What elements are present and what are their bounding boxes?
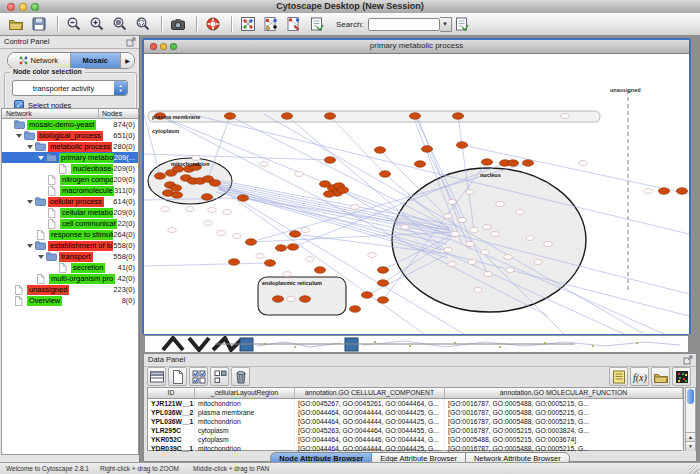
network-node-selected[interactable] [323, 191, 334, 198]
tree-row[interactable]: mosaic-demo-yeast874(0) [2, 119, 138, 130]
network-node-unselected[interactable] [256, 254, 264, 259]
snapshot-button[interactable] [168, 15, 188, 34]
vizmapper-button[interactable] [261, 15, 281, 34]
network-node-unselected[interactable] [474, 288, 482, 293]
network-node-selected[interactable] [658, 188, 669, 195]
network-node-unselected[interactable] [306, 257, 314, 262]
network-node-unselected[interactable] [534, 260, 542, 265]
network-node-selected[interactable] [452, 113, 463, 120]
network-node-unselected[interactable] [260, 162, 268, 167]
network-node-unselected[interactable] [448, 200, 456, 205]
network-node-unselected[interactable] [466, 242, 474, 247]
network-edit-button[interactable] [284, 15, 304, 34]
network-node-selected[interactable] [170, 185, 181, 192]
expander-icon[interactable] [27, 244, 33, 248]
float-panel-icon[interactable] [683, 355, 693, 365]
table-cell[interactable]: YKR052C [148, 435, 195, 444]
network-node-unselected[interactable] [301, 228, 309, 233]
network-node-selected[interactable] [676, 188, 687, 195]
network-node-selected[interactable] [228, 259, 239, 266]
matrix-button[interactable] [672, 367, 691, 386]
network-node-unselected[interactable] [161, 207, 169, 212]
table-row[interactable]: YLR295Ccytoplasm[GO:0045263, GO:0044464,… [148, 426, 683, 435]
tree-row[interactable]: primary metabol209(... [2, 152, 138, 163]
network-node-selected[interactable] [224, 113, 235, 120]
resize-grip[interactable] [689, 465, 699, 474]
tab-mosaic[interactable]: Mosaic [71, 53, 122, 68]
table-cell[interactable]: [GO:0044464, GO:0044444, GO:0044425, G..… [295, 408, 445, 417]
select-attr-button[interactable] [189, 367, 208, 386]
unselect-attr-button[interactable] [210, 367, 229, 386]
network-node-unselected[interactable] [506, 268, 514, 273]
scroll-down-button[interactable]: ▼ [686, 441, 695, 451]
network-node-unselected[interactable] [368, 253, 376, 258]
network-node-selected[interactable] [171, 192, 182, 199]
network-node-selected[interactable] [481, 159, 492, 166]
float-panel-icon[interactable] [126, 37, 136, 47]
network-node-selected[interactable] [379, 171, 390, 178]
network-node-unselected[interactable] [466, 190, 474, 195]
network-node-selected[interactable] [289, 231, 300, 238]
tree-row[interactable]: macromolecule311(0) [2, 185, 138, 196]
column-nodes[interactable]: Nodes [99, 109, 138, 118]
table-cell[interactable]: YPL036W__1 [148, 417, 195, 426]
network-node-unselected[interactable] [544, 242, 552, 247]
network-node-unselected[interactable] [526, 236, 534, 241]
zoom-out-button[interactable] [64, 15, 84, 34]
network-node-selected[interactable] [507, 160, 518, 167]
open-folder-button[interactable] [6, 15, 26, 34]
tree-row[interactable]: Overview8(0) [2, 295, 138, 306]
network-node-unselected[interactable] [287, 297, 295, 302]
network-node-unselected[interactable] [483, 225, 491, 230]
tab-overflow-arrow[interactable]: ▶ [121, 53, 134, 68]
network-node-unselected[interactable] [186, 207, 194, 212]
expander-icon[interactable] [38, 156, 44, 160]
expander-icon[interactable] [27, 200, 33, 204]
table-cell[interactable]: mitochondrion [195, 399, 295, 408]
zoom-selected-button[interactable] [110, 15, 130, 34]
network-node-selected[interactable] [377, 297, 388, 304]
network-node-unselected[interactable] [491, 232, 499, 237]
zoom-in-button[interactable] [87, 15, 107, 34]
tree-row[interactable]: secretion41(0) [2, 262, 138, 273]
network-node-selected[interactable] [245, 239, 256, 246]
network-node-selected[interactable] [314, 267, 325, 274]
table-cell[interactable]: YLR295C [148, 426, 195, 435]
table-cell[interactable]: [GO:0016787, GO:0005215, GO:0003824, G..… [445, 426, 683, 435]
network-node-selected[interactable] [414, 161, 425, 168]
table-cell[interactable]: [GO:0045267, GO:0045261, GO:0044464, G..… [295, 399, 445, 408]
column-header[interactable]: ID [148, 388, 195, 398]
table-button[interactable] [147, 367, 166, 386]
attr-list-button[interactable] [609, 367, 628, 386]
network-node-unselected[interactable] [516, 210, 524, 215]
network-node-selected[interactable] [281, 113, 292, 120]
network-node-unselected[interactable] [496, 202, 504, 207]
zoom-fit-button[interactable] [133, 15, 153, 34]
import-button[interactable] [651, 367, 670, 386]
background-windows-strip[interactable] [145, 336, 688, 352]
network-node-unselected[interactable] [295, 172, 303, 177]
network-node-selected[interactable] [377, 267, 388, 274]
table-cell[interactable]: [GO:0045263, GO:0044464, GO:0044455, G..… [295, 426, 445, 435]
expander-icon[interactable] [27, 145, 33, 149]
network-node-selected[interactable] [522, 160, 533, 167]
table-row[interactable]: YKR052Ccytoplasm[GO:0044464, GO:0044446,… [148, 435, 683, 444]
network-node-selected[interactable] [421, 146, 432, 153]
network-node-selected[interactable] [264, 260, 275, 267]
network-node-selected[interactable] [275, 245, 286, 252]
doc-filter-button[interactable] [307, 15, 327, 34]
network-node-unselected[interactable] [484, 272, 492, 277]
network-node-unselected[interactable] [448, 262, 456, 267]
network-node-unselected[interactable] [283, 272, 291, 277]
network-node-selected[interactable] [456, 142, 467, 149]
column-header[interactable]: annotation.GO CELLULAR_COMPONENT [295, 388, 445, 398]
column-network[interactable]: Network [2, 109, 99, 118]
tree-row[interactable]: cell communicat22(0) [2, 218, 138, 229]
network-node-selected[interactable] [377, 280, 388, 287]
scrollbar-thumb[interactable] [687, 389, 694, 404]
network-node-unselected[interactable] [504, 255, 512, 260]
network-node-unselected[interactable] [204, 221, 212, 226]
save-button[interactable] [29, 15, 49, 34]
network-node-selected[interactable] [361, 292, 372, 299]
table-cell[interactable]: [GO:0005488, GO:0005215, GO:0003674] [445, 435, 683, 444]
